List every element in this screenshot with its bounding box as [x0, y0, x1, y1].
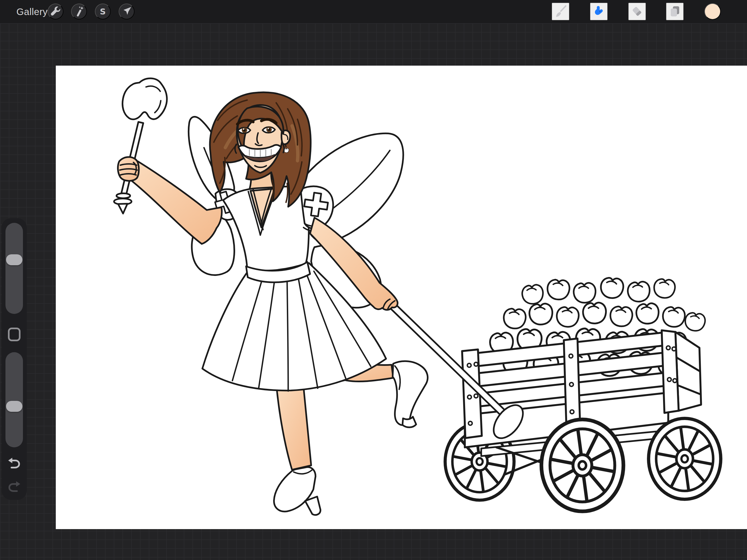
undo-icon [8, 457, 21, 469]
layers-button[interactable] [666, 3, 684, 20]
gallery-button[interactable]: Gallery [17, 0, 48, 23]
actions-button[interactable] [48, 4, 63, 19]
tooth-earring [284, 148, 289, 153]
selection-s-icon: S [97, 6, 108, 17]
erase-tool-button[interactable] [628, 3, 646, 20]
opacity-slider[interactable] [5, 352, 23, 447]
modify-button[interactable] [8, 328, 21, 341]
undo-button[interactable] [8, 457, 21, 469]
canvas-artwork [56, 66, 747, 529]
wagon-illustration [381, 277, 721, 511]
top-toolbar: Gallery S [0, 0, 747, 23]
side-toolbar [2, 218, 27, 500]
smudge-icon [592, 4, 606, 19]
layers-icon [668, 5, 681, 18]
redo-button[interactable] [8, 481, 21, 493]
redo-icon [8, 481, 21, 493]
selection-button[interactable]: S [95, 4, 111, 19]
drawing-canvas[interactable] [56, 66, 747, 529]
adjustments-button[interactable] [71, 4, 87, 19]
transform-button[interactable] [119, 4, 134, 19]
opacity-handle[interactable] [6, 401, 22, 412]
wrench-icon [50, 6, 61, 17]
transform-arrow-icon [121, 6, 132, 17]
magic-wand-icon [73, 6, 85, 17]
svg-text:S: S [100, 7, 106, 17]
brush-size-handle[interactable] [6, 254, 22, 265]
wagon-right-wheel [649, 418, 721, 499]
wagon-front-wheel [541, 419, 623, 511]
color-swatch-button[interactable] [704, 3, 721, 20]
tooth-fairy-illustration [114, 78, 428, 515]
paint-tool-button[interactable] [552, 3, 569, 20]
brush-size-slider[interactable] [5, 223, 23, 314]
eraser-icon [630, 5, 644, 18]
brush-icon [554, 5, 567, 18]
smudge-tool-button[interactable] [590, 3, 608, 20]
